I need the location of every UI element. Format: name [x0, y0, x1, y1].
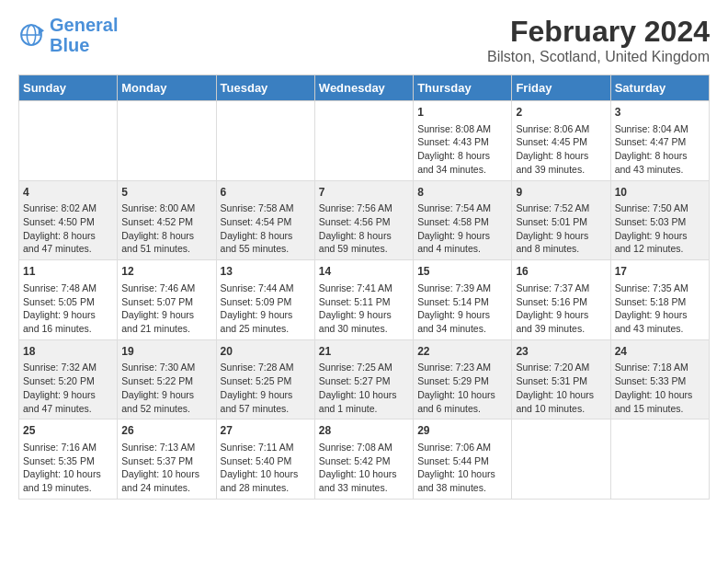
day-number: 19 [121, 344, 211, 360]
day-info: Sunrise: 7:56 AM [319, 201, 409, 215]
day-info: Sunrise: 7:13 AM [121, 441, 211, 454]
day-number: 10 [615, 185, 705, 201]
calendar-cell: 24Sunrise: 7:18 AMSunset: 5:33 PMDayligh… [610, 339, 709, 419]
day-number: 13 [221, 264, 311, 280]
day-info: Sunrise: 7:58 AM [221, 201, 311, 215]
calendar-cell: 2Sunrise: 8:06 AMSunset: 4:45 PMDaylight… [512, 101, 610, 181]
day-number: 24 [615, 344, 705, 360]
logo-line2: Blue [50, 35, 118, 55]
logo-line1: General [50, 15, 118, 35]
calendar-cell: 23Sunrise: 7:20 AMSunset: 5:31 PMDayligh… [512, 339, 610, 419]
calendar-week-row: 4Sunrise: 8:02 AMSunset: 4:50 PMDaylight… [19, 180, 710, 260]
calendar-week-row: 1Sunrise: 8:08 AMSunset: 4:43 PMDaylight… [19, 101, 710, 181]
col-header-sunday: Sunday [19, 75, 118, 101]
day-info: Daylight: 8 hours and 39 minutes. [516, 149, 606, 176]
day-info: Sunrise: 7:44 AM [221, 282, 311, 295]
day-number: 28 [319, 423, 409, 439]
calendar-cell: 1Sunrise: 8:08 AMSunset: 4:43 PMDaylight… [414, 101, 512, 181]
col-header-thursday: Thursday [414, 75, 512, 101]
col-header-tuesday: Tuesday [216, 75, 314, 101]
day-number: 21 [319, 344, 409, 360]
calendar-cell: 19Sunrise: 7:30 AMSunset: 5:22 PMDayligh… [118, 339, 216, 419]
day-info: Sunset: 5:42 PM [319, 454, 409, 468]
day-number: 9 [516, 185, 606, 201]
calendar-cell: 8Sunrise: 7:54 AMSunset: 4:58 PMDaylight… [414, 180, 512, 260]
day-number: 4 [23, 185, 113, 201]
day-info: Sunrise: 8:00 AM [121, 201, 211, 215]
day-info: Sunrise: 7:52 AM [516, 201, 606, 215]
day-number: 17 [615, 264, 705, 280]
calendar-cell: 11Sunrise: 7:48 AMSunset: 5:05 PMDayligh… [19, 260, 118, 340]
day-info: Sunset: 4:50 PM [23, 215, 113, 229]
day-info: Daylight: 9 hours and 16 minutes. [23, 308, 113, 335]
day-info: Daylight: 10 hours and 15 minutes. [615, 388, 705, 415]
calendar-cell [118, 101, 216, 181]
day-info: Sunset: 5:16 PM [516, 295, 606, 309]
calendar-cell: 13Sunrise: 7:44 AMSunset: 5:09 PMDayligh… [216, 260, 314, 340]
day-number: 12 [121, 264, 211, 280]
day-info: Daylight: 10 hours and 19 minutes. [23, 467, 113, 494]
col-header-monday: Monday [118, 75, 216, 101]
day-info: Sunrise: 7:06 AM [417, 441, 507, 454]
day-info: Sunset: 5:11 PM [319, 295, 409, 309]
day-info: Daylight: 8 hours and 51 minutes. [121, 229, 211, 256]
day-info: Sunset: 5:37 PM [121, 454, 211, 468]
day-info: Daylight: 9 hours and 57 minutes. [221, 388, 311, 415]
day-info: Sunset: 5:27 PM [319, 374, 409, 388]
day-number: 29 [417, 423, 507, 439]
day-info: Sunrise: 7:20 AM [516, 361, 606, 374]
day-number: 6 [221, 185, 311, 201]
calendar-cell: 26Sunrise: 7:13 AMSunset: 5:37 PMDayligh… [118, 419, 216, 500]
calendar-cell: 7Sunrise: 7:56 AMSunset: 4:56 PMDaylight… [314, 180, 413, 260]
day-number: 23 [516, 344, 606, 360]
calendar-cell [314, 101, 413, 181]
day-info: Daylight: 10 hours and 6 minutes. [417, 388, 507, 415]
day-info: Daylight: 8 hours and 59 minutes. [319, 229, 409, 256]
day-info: Sunrise: 7:32 AM [23, 361, 113, 374]
day-info: Sunset: 5:40 PM [221, 454, 311, 468]
calendar-week-row: 25Sunrise: 7:16 AMSunset: 5:35 PMDayligh… [19, 419, 710, 500]
day-info: Sunset: 5:18 PM [615, 295, 705, 309]
day-info: Sunset: 5:33 PM [615, 374, 705, 388]
day-info: Sunrise: 8:06 AM [516, 122, 606, 136]
calendar-cell: 3Sunrise: 8:04 AMSunset: 4:47 PMDaylight… [610, 101, 709, 181]
logo-wordmark: General Blue [50, 15, 118, 55]
day-info: Sunset: 4:45 PM [516, 135, 606, 149]
calendar-header-row: SundayMondayTuesdayWednesdayThursdayFrid… [19, 75, 710, 101]
day-number: 1 [417, 105, 507, 121]
day-info: Sunset: 5:03 PM [615, 215, 705, 229]
logo: General Blue [18, 15, 118, 55]
day-info: Sunset: 5:07 PM [121, 295, 211, 309]
day-number: 15 [417, 264, 507, 280]
day-info: Sunset: 5:25 PM [221, 374, 311, 388]
day-number: 18 [23, 344, 113, 360]
day-info: Daylight: 10 hours and 1 minute. [319, 388, 409, 415]
day-number: 20 [221, 344, 311, 360]
day-info: Daylight: 9 hours and 34 minutes. [417, 308, 507, 335]
day-info: Daylight: 8 hours and 47 minutes. [23, 229, 113, 256]
calendar-cell: 4Sunrise: 8:02 AMSunset: 4:50 PMDaylight… [19, 180, 118, 260]
day-number: 8 [417, 185, 507, 201]
day-info: Sunset: 5:22 PM [121, 374, 211, 388]
day-number: 22 [417, 344, 507, 360]
day-info: Daylight: 9 hours and 47 minutes. [23, 388, 113, 415]
day-number: 14 [319, 264, 409, 280]
day-info: Sunrise: 8:08 AM [417, 122, 507, 136]
calendar-cell: 16Sunrise: 7:37 AMSunset: 5:16 PMDayligh… [512, 260, 610, 340]
day-number: 2 [516, 105, 606, 121]
day-info: Daylight: 8 hours and 34 minutes. [417, 149, 507, 176]
day-info: Sunrise: 7:39 AM [417, 282, 507, 295]
title-block: February 2024 Bilston, Scotland, United … [487, 15, 710, 65]
day-info: Daylight: 8 hours and 55 minutes. [221, 229, 311, 256]
day-info: Sunset: 5:35 PM [23, 454, 113, 468]
day-number: 25 [23, 423, 113, 439]
day-info: Sunset: 5:05 PM [23, 295, 113, 309]
day-info: Sunrise: 7:16 AM [23, 441, 113, 454]
day-info: Daylight: 10 hours and 10 minutes. [516, 388, 606, 415]
col-header-friday: Friday [512, 75, 610, 101]
calendar-cell: 28Sunrise: 7:08 AMSunset: 5:42 PMDayligh… [314, 419, 413, 500]
day-info: Sunset: 4:43 PM [417, 135, 507, 149]
day-info: Sunrise: 7:08 AM [319, 441, 409, 454]
calendar-cell: 6Sunrise: 7:58 AMSunset: 4:54 PMDaylight… [216, 180, 314, 260]
day-info: Sunset: 5:20 PM [23, 374, 113, 388]
